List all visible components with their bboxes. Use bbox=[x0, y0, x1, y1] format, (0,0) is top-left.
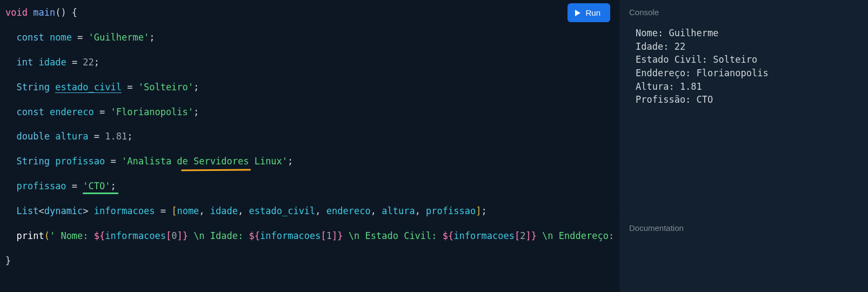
documentation-panel: Documentation bbox=[620, 215, 868, 292]
run-button-label: Run bbox=[585, 8, 600, 17]
play-icon bbox=[575, 10, 580, 16]
console-output[interactable]: Nome: Guilherme Idade: 22 Estado Civil: … bbox=[620, 22, 868, 215]
right-sidebar: Console Nome: Guilherme Idade: 22 Estado… bbox=[620, 0, 868, 292]
documentation-header: Documentation bbox=[620, 216, 868, 238]
console-panel: Console Nome: Guilherme Idade: 22 Estado… bbox=[620, 0, 868, 215]
code-content[interactable]: void main() { const nome = 'Guilherme'; … bbox=[5, 6, 620, 267]
code-editor-pane[interactable]: Run void main() { const nome = 'Guilherm… bbox=[0, 0, 620, 292]
run-button[interactable]: Run bbox=[567, 3, 610, 22]
console-header: Console bbox=[620, 0, 868, 22]
